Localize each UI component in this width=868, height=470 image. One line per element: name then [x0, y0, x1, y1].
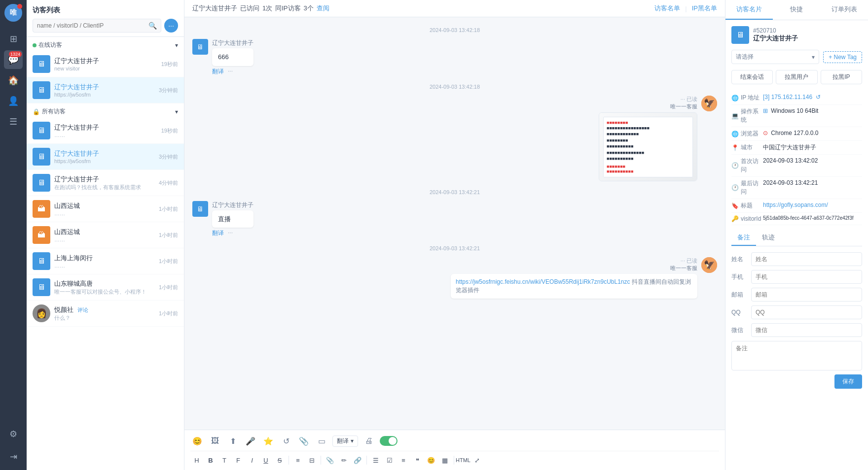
search-input[interactable]: [37, 22, 148, 29]
all-visitor-5[interactable]: 🏔 山西运城 …… 1小时前: [27, 222, 184, 248]
nav-settings[interactable]: ⚙: [4, 425, 23, 443]
nav-menu[interactable]: ☰: [4, 112, 23, 131]
visitor-profile: 🖥 #520710 辽宁大连甘井子: [731, 26, 862, 44]
all-visitor-6[interactable]: 🖥 上海上海闵行 …… 1小时前: [27, 248, 184, 274]
fmt-indent[interactable]: ≡: [397, 454, 410, 466]
all-section-toggle[interactable]: ▾: [175, 108, 178, 115]
print-button[interactable]: 🖨: [362, 434, 376, 448]
chat-view-link[interactable]: 查阅: [317, 4, 329, 13]
info-label-os: 💻 操作系统: [731, 107, 761, 124]
fmt-table[interactable]: ▦: [438, 454, 451, 466]
msg-row-agent-2: 🦅 ··· 已读 唯一一客服 https://jw5osfrnigc.feish…: [192, 257, 717, 299]
visitor-time: 19秒前: [161, 61, 178, 68]
visitor-list-scroll: 在线访客 ▾ 🖥 辽宁大连甘井子 new visitor 19秒前 🖥 辽宁大连…: [27, 37, 184, 470]
screen-button[interactable]: ▭: [315, 434, 328, 448]
star-button[interactable]: ⭐: [261, 434, 275, 448]
image-button[interactable]: 🖼: [208, 434, 222, 448]
search-button[interactable]: 🔍: [148, 22, 157, 30]
form-input-phone[interactable]: [751, 270, 862, 284]
fmt-underline[interactable]: U: [259, 454, 272, 466]
comment-link[interactable]: 评论: [77, 307, 88, 313]
fmt-title[interactable]: T: [218, 454, 231, 466]
fmt-pen[interactable]: ✏: [337, 454, 350, 466]
visitor-info: 上海上海闵行 ……: [54, 254, 155, 269]
msg-avatar: 🖥: [192, 201, 208, 217]
all-section-label: 🔒 所有访客: [33, 107, 66, 116]
fmt-align-center[interactable]: ⊟: [305, 454, 318, 466]
fmt-html[interactable]: HTML: [457, 454, 470, 466]
fmt-bold[interactable]: B: [204, 454, 217, 466]
fmt-strikethrough[interactable]: S: [273, 454, 286, 466]
all-visitor-1[interactable]: 🖥 辽宁大连甘井子 …… 19秒前: [27, 118, 184, 144]
visitor-avatar: 👩: [33, 304, 50, 322]
fmt-attach[interactable]: 📎: [324, 454, 336, 466]
blacklist-user-button[interactable]: 拉黑用户: [776, 70, 817, 84]
nav-messages[interactable]: 💬 1324: [4, 50, 23, 69]
all-visitor-7[interactable]: 🖥 山东聊城高唐 唯一一客服可以对接公众号、小程序！ 1小时前: [27, 274, 184, 301]
auto-reply-toggle[interactable]: [380, 436, 398, 446]
fmt-emoji[interactable]: 😊: [425, 454, 437, 466]
end-chat-button[interactable]: 结束会话: [731, 70, 773, 84]
tab-visitor-info[interactable]: 访客名片: [725, 0, 773, 20]
link-url[interactable]: https://jw5osfrnigc.feishu.cn/wiki/VEOBw…: [456, 278, 630, 285]
img-red-text-2: ■■■■■■■: [607, 164, 689, 169]
tag-area: 请选择 ▾ + New Tag: [731, 50, 862, 64]
blacklist-ip-button[interactable]: 拉黑IP: [821, 70, 862, 84]
fmt-fullscreen[interactable]: ⤢: [470, 454, 483, 466]
fmt-list[interactable]: ☰: [369, 454, 382, 466]
fmt-font[interactable]: F: [232, 454, 245, 466]
tag-select[interactable]: 请选择 ▾: [731, 50, 819, 64]
note-textarea[interactable]: [731, 341, 862, 370]
chat-messages: 2024-09-03 13:42:18 🖥 辽宁大连甘井子 666 翻译 ···…: [184, 17, 725, 430]
form-input-wechat[interactable]: [751, 323, 862, 337]
audio-button[interactable]: 🎤: [244, 434, 257, 448]
tab-quick[interactable]: 快捷: [773, 0, 820, 20]
agent-avatar-img: 🦅: [701, 257, 717, 273]
online-visitor-1[interactable]: 🖥 辽宁大连甘井子 new visitor 19秒前: [27, 51, 184, 77]
more-actions[interactable]: ···: [228, 229, 233, 237]
fmt-heading[interactable]: H: [190, 454, 203, 466]
save-button[interactable]: 保存: [834, 374, 862, 389]
nav-users[interactable]: 👤: [4, 92, 23, 110]
fmt-checklist[interactable]: ☑: [383, 454, 396, 466]
nav-logout[interactable]: ⇥: [4, 447, 23, 466]
form-input-qq[interactable]: [751, 305, 862, 319]
online-visitor-2[interactable]: 🖥 辽宁大连甘井子 https://jw5osfrn 3分钟前: [27, 77, 184, 103]
all-visitor-4[interactable]: 🏔 山西运城 …… 1小时前: [27, 196, 184, 222]
sub-tab-track[interactable]: 轨迹: [756, 230, 781, 246]
more-options-button[interactable]: ···: [164, 19, 178, 33]
fmt-link[interactable]: 🔗: [351, 454, 364, 466]
refresh-button[interactable]: ↺: [279, 434, 293, 448]
chat-visitor-name: 辽宁大连甘井子: [192, 4, 237, 13]
emoji-button[interactable]: 😊: [190, 434, 204, 448]
visitor-avatar: 🖥: [33, 81, 50, 99]
new-tag-button[interactable]: + New Tag: [823, 51, 862, 63]
fmt-italic[interactable]: I: [246, 454, 258, 466]
all-visitor-3[interactable]: 🖥 辽宁大连甘井子 在跑试吗？找在线，有客服系统需求 4分钟前: [27, 170, 184, 196]
visitor-sub: 在跑试吗？找在线，有客服系统需求: [54, 184, 155, 191]
sub-tab-notes[interactable]: 备注: [731, 230, 756, 246]
more-actions[interactable]: ···: [228, 67, 233, 76]
translate-button[interactable]: 翻译 ▾: [332, 436, 358, 447]
visitor-name: 辽宁大连甘井子: [54, 123, 157, 132]
nav-deploy[interactable]: 🏠: [4, 71, 23, 90]
upload-button[interactable]: ⬆: [226, 434, 240, 448]
all-visitor-2[interactable]: 🖥 辽宁大连甘井子 https://jw5osfrn 3分钟前: [27, 144, 184, 170]
form-label-qq: QQ: [731, 309, 747, 316]
form-input-name[interactable]: [751, 252, 862, 266]
all-visitor-8[interactable]: 👩 悦颜社 评论 什么？ 1小时前: [27, 301, 184, 327]
tab-orders[interactable]: 订单列表: [821, 0, 868, 20]
svg-text:🦅: 🦅: [704, 260, 715, 270]
nav-dashboard[interactable]: ⊞: [4, 30, 23, 48]
clip-button[interactable]: 📎: [297, 434, 311, 448]
fmt-align-left[interactable]: ≡: [291, 454, 304, 466]
visitor-name-list-link[interactable]: 访客名单: [654, 4, 680, 13]
ip-name-list-link[interactable]: IP黑名单: [692, 4, 717, 13]
translate-link[interactable]: 翻译: [212, 67, 224, 76]
fmt-quote[interactable]: ❝: [411, 454, 424, 466]
online-section-toggle[interactable]: ▾: [175, 42, 178, 49]
form-input-email[interactable]: [751, 288, 862, 302]
translate-link[interactable]: 翻译: [212, 229, 224, 237]
refresh-icon[interactable]: ↺: [816, 94, 821, 101]
tag-icon: 🔖: [731, 202, 739, 209]
